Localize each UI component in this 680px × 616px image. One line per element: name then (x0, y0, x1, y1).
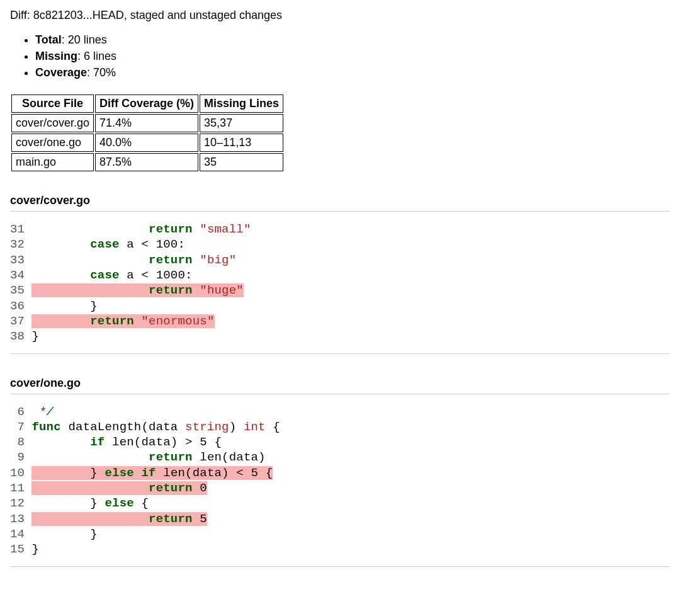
file-section-one-go: cover/one.go 6 */ 7 func dataLength(data… (10, 377, 670, 567)
missing-line: return "huge" (31, 283, 244, 297)
table-row: cover/cover.go 71.4% 35,37 (11, 114, 283, 132)
code-block: 31 return "small" 32 case a < 100: 33 re… (10, 222, 670, 345)
file-heading: cover/one.go (10, 377, 670, 394)
col-source-file: Source File (11, 94, 94, 113)
missing-line: return "enormous" (31, 314, 214, 328)
section-divider (10, 566, 670, 567)
col-missing-lines: Missing Lines (200, 94, 283, 113)
section-divider (10, 353, 670, 354)
table-row: cover/one.go 40.0% 10–11,13 (11, 134, 283, 152)
summary-missing: Missing: 6 lines (35, 50, 670, 63)
summary-list: Total: 20 lines Missing: 6 lines Coverag… (10, 33, 670, 79)
col-diff-coverage: Diff Coverage (%) (95, 94, 198, 113)
diff-header: Diff: 8c821203...HEAD, staged and unstag… (10, 9, 670, 22)
missing-line: return 0 (31, 481, 207, 495)
missing-line: } else if len(data) < 5 { (31, 466, 273, 480)
file-heading: cover/cover.go (10, 194, 670, 212)
summary-total: Total: 20 lines (35, 33, 670, 47)
missing-line: return 5 (31, 512, 207, 526)
table-row: main.go 87.5% 35 (11, 153, 283, 171)
code-block: 6 */ 7 func dataLength(data string) int … (10, 404, 670, 557)
file-section-cover-go: cover/cover.go 31 return "small" 32 case… (10, 194, 670, 354)
summary-coverage: Coverage: 70% (35, 66, 670, 79)
coverage-table: Source File Diff Coverage (%) Missing Li… (10, 93, 285, 173)
